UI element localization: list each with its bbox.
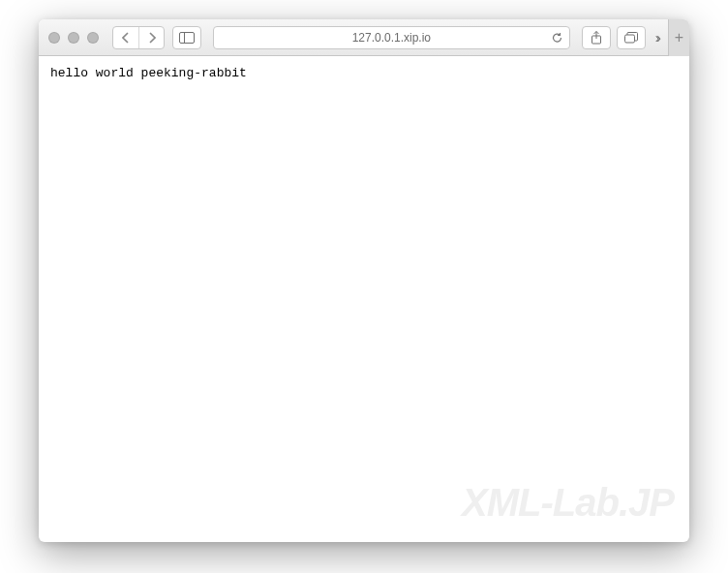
sidebar-toggle-button[interactable] <box>172 26 201 49</box>
toolbar: 127.0.0.1.xip.io ›› + <box>39 19 689 56</box>
tabs-button[interactable] <box>617 26 646 49</box>
tabs-icon <box>624 32 638 44</box>
zoom-window-button[interactable] <box>87 32 99 44</box>
chevron-left-icon <box>122 32 130 44</box>
browser-window: 127.0.0.1.xip.io ›› + hello world peekin… <box>39 19 689 542</box>
page-content: hello world peeking-rabbit XML-Lab.JP <box>39 56 689 542</box>
svg-rect-4 <box>624 35 634 43</box>
new-tab-button[interactable]: + <box>668 19 689 56</box>
url-text: 127.0.0.1.xip.io <box>352 31 431 45</box>
traffic-lights <box>48 32 99 44</box>
share-icon <box>591 31 602 45</box>
svg-rect-0 <box>180 32 195 43</box>
page-body-text: hello world peeking-rabbit <box>50 66 247 80</box>
close-window-button[interactable] <box>48 32 60 44</box>
address-bar[interactable]: 127.0.0.1.xip.io <box>213 26 570 49</box>
overflow-button[interactable]: ›› <box>652 30 662 45</box>
back-button[interactable] <box>113 27 138 48</box>
watermark: XML-Lab.JP <box>462 481 674 525</box>
chevron-right-icon <box>148 32 156 44</box>
right-button-group: ›› + <box>582 26 680 49</box>
reload-button[interactable] <box>551 31 563 44</box>
forward-button[interactable] <box>138 27 164 48</box>
reload-icon <box>551 31 563 44</box>
sidebar-icon <box>179 32 195 44</box>
share-button[interactable] <box>582 26 611 49</box>
nav-button-group <box>112 26 165 49</box>
chevrons-icon: ›› <box>655 30 658 45</box>
plus-icon: + <box>675 29 683 46</box>
minimize-window-button[interactable] <box>68 32 79 44</box>
